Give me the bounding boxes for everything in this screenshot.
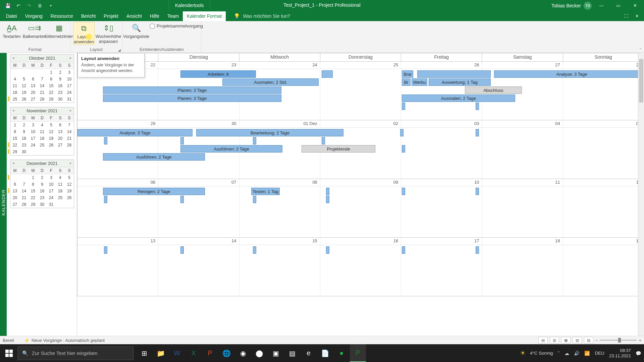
calendar-day[interactable]: 18 (56, 188, 65, 194)
mini-calendar-title[interactable]: Oktober 2021 (10, 55, 74, 62)
calendar-day[interactable] (29, 69, 38, 76)
date-cell[interactable]: 15 (239, 238, 320, 245)
calendar-day[interactable]: 30 (56, 96, 65, 103)
tab-ressource[interactable]: Ressource (47, 11, 77, 21)
redo-icon[interactable]: ↷ (25, 1, 34, 10)
task-bar[interactable] (322, 137, 325, 144)
view-team-icon[interactable]: ▦ (561, 337, 571, 344)
date-cell[interactable]: 28 (563, 62, 644, 69)
tab-kalender-format[interactable]: Kalender Format (183, 11, 226, 21)
calendar-day[interactable]: 14 (19, 188, 29, 194)
task-bar[interactable] (402, 103, 405, 110)
calendar-day[interactable]: 18 (10, 89, 19, 96)
bar-styles-button[interactable]: ▭⇉Balkenarten (23, 22, 45, 39)
date-cell[interactable]: 14 (158, 238, 239, 245)
task-bar[interactable] (400, 129, 404, 136)
calendar-day[interactable]: 4 (10, 76, 19, 82)
calendar-day[interactable]: 1 (29, 174, 38, 181)
task-bar[interactable]: Analyse; 3 Tage (494, 70, 644, 78)
task-bar[interactable] (326, 188, 329, 195)
date-cell[interactable]: 27 (482, 62, 563, 69)
task-bar[interactable]: Analyse; 3 Tage (77, 129, 193, 136)
vertical-scrollbar[interactable] (638, 53, 644, 346)
calendar-day[interactable]: 21 (19, 194, 29, 201)
explorer-icon[interactable]: 📁 (153, 344, 169, 362)
calendar-day[interactable]: 10 (29, 128, 38, 135)
calendar-day[interactable]: 19 (47, 135, 56, 142)
date-cell[interactable]: 17 (401, 238, 482, 245)
calendar-day[interactable]: 6 (56, 122, 65, 129)
tray-chevron-icon[interactable]: ˄ (557, 351, 560, 356)
calendar-day[interactable]: 5 (65, 174, 74, 181)
task-bar[interactable]: Bearbeitung; 2 Tage (196, 129, 343, 136)
excel-icon[interactable]: X (185, 344, 202, 362)
calendar-side-tab[interactable]: KALENDER (0, 53, 7, 352)
save-icon[interactable]: 💾 (3, 1, 12, 10)
calendar-day[interactable]: 22 (10, 142, 19, 148)
task-bar[interactable] (402, 246, 405, 254)
calendar-day[interactable]: 1 (47, 69, 56, 76)
notepad-icon[interactable]: 📄 (317, 344, 333, 362)
calendar-day[interactable]: 28 (19, 201, 29, 208)
date-navigator[interactable]: Oktober 2021MDMDFSS123456789101112131415… (7, 53, 77, 352)
calendar-day[interactable] (38, 148, 47, 155)
calendar-day[interactable]: 28 (38, 96, 47, 103)
task-view-icon[interactable]: ⊞ (136, 344, 152, 362)
calendar-day[interactable]: 17 (47, 188, 56, 194)
task-bar[interactable] (253, 246, 256, 254)
task-bar[interactable]: Ausführen; 2 Tage (103, 153, 205, 161)
date-cell[interactable]: 03 (401, 120, 482, 127)
calendar-day[interactable]: 6 (10, 181, 19, 188)
calendar-day[interactable]: 2 (38, 174, 47, 181)
app-icon[interactable]: ▣ (268, 344, 284, 362)
undo-icon[interactable]: ↶ (14, 1, 23, 10)
calendar-day[interactable]: 12 (65, 181, 74, 188)
tell-me-input[interactable]: Was möchten Sie tun? (243, 13, 290, 19)
calendar-day[interactable]: 20 (10, 194, 19, 201)
task-bar[interactable] (253, 196, 256, 203)
task-bar[interactable]: Planen; 3 Tage (103, 95, 281, 102)
date-cell[interactable]: 26 (401, 62, 482, 69)
task-bar[interactable] (104, 196, 107, 203)
calendar-day[interactable] (10, 174, 19, 181)
calendar-day[interactable]: 23 (56, 89, 65, 96)
task-bar[interactable]: Ausführen; 2 Tage (180, 145, 282, 153)
calendar-day[interactable]: 25 (38, 142, 47, 148)
task-bar[interactable] (326, 196, 329, 203)
calendar-day[interactable]: 31 (65, 96, 74, 103)
mini-calendar-title[interactable]: November 2021 (10, 107, 74, 115)
calendar-day[interactable]: 24 (29, 142, 38, 148)
language-indicator[interactable]: DEU (595, 351, 604, 356)
calendar-day[interactable]: 8 (10, 128, 19, 135)
calendar-day[interactable]: 15 (47, 82, 56, 89)
task-bar[interactable] (180, 137, 184, 144)
calendar-day[interactable]: 11 (10, 82, 19, 89)
calendar-day[interactable]: 21 (65, 135, 74, 142)
text-styles-button[interactable]: A̲ATextarten (3, 22, 20, 39)
word-icon[interactable]: W (169, 344, 185, 362)
calendar-day[interactable]: 3 (47, 174, 56, 181)
calendar-day[interactable]: 25 (10, 96, 19, 103)
calendar-day[interactable]: 31 (47, 201, 56, 208)
mini-calendar-title[interactable]: Dezember 2021 (10, 160, 74, 167)
date-cell[interactable]: 25 (320, 62, 401, 69)
obs-icon[interactable]: ⬤ (251, 344, 267, 362)
calendar-day[interactable]: 19 (19, 89, 29, 96)
task-bar[interactable] (180, 196, 184, 203)
calendar-day[interactable]: 17 (65, 82, 74, 89)
notifications-icon[interactable]: 💬 (636, 351, 641, 356)
calendar-day[interactable]: 30 (19, 148, 29, 155)
gridlines-button[interactable]: ▦Gitternetzlinien (48, 22, 70, 39)
calendar-day[interactable] (19, 69, 29, 76)
task-bar[interactable]: Reinigen; 2 Tage (103, 188, 205, 195)
ribbon-close-icon[interactable]: ✕ (632, 12, 642, 20)
calendar-day[interactable]: 16 (19, 135, 29, 142)
calendar-day[interactable]: 9 (56, 76, 65, 82)
volume-icon[interactable]: 🔊 (574, 351, 580, 356)
task-bar[interactable] (180, 246, 184, 254)
wifi-icon[interactable]: 📶 (584, 351, 590, 356)
calendar-day[interactable]: 21 (38, 89, 47, 96)
tab-team[interactable]: Team (163, 11, 183, 21)
date-cell[interactable]: 12 (563, 179, 644, 186)
project-summary-checkbox[interactable]: Projektsammelvorgang (150, 22, 203, 28)
